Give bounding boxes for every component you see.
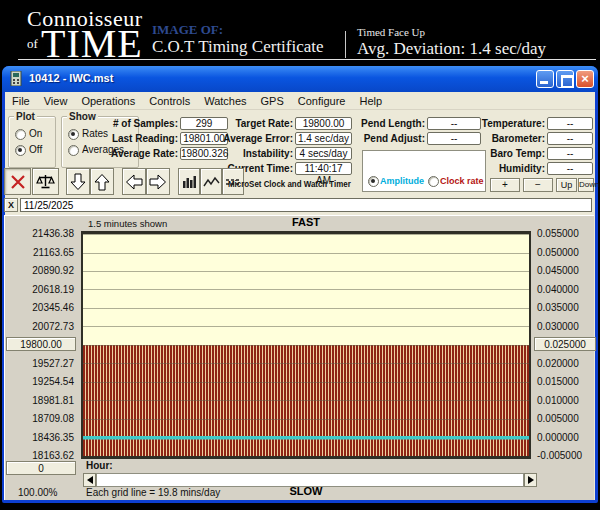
right-axis-button[interactable]: 0.025000 <box>534 337 596 351</box>
line-view-button[interactable] <box>200 168 222 195</box>
barometer-value: -- <box>547 132 593 145</box>
average-error-value: 1.4 sec/day <box>295 132 352 145</box>
down-button[interactable]: Down <box>578 178 594 192</box>
last-reading-label: Last Reading: <box>98 133 178 144</box>
plot-groupbox: Plot On Off <box>8 116 56 168</box>
menu-view[interactable]: View <box>37 94 75 108</box>
hour-label: Hour: <box>86 460 113 471</box>
show-rates-radio[interactable] <box>68 129 79 140</box>
up-arrow-icon <box>93 173 111 191</box>
rate-down-button[interactable] <box>66 168 90 195</box>
right-tick: 0.055000 <box>537 228 579 239</box>
scroll-right-button[interactable] <box>146 168 170 195</box>
clock-rate-radio[interactable] <box>428 176 439 187</box>
left-tick: 18981.81 <box>0 395 74 406</box>
left-tick: 20072.73 <box>0 321 74 332</box>
scroll-left-button[interactable] <box>122 168 146 195</box>
window-title: 10412 - IWC.mst <box>29 72 113 84</box>
right-tick: 0.030000 <box>537 321 579 332</box>
orientation-label: Timed Face Up <box>357 26 425 38</box>
balance-scales-icon <box>36 173 55 191</box>
target-rate-label: Target Rate: <box>213 118 293 129</box>
target-rate-axis-button[interactable]: 19800.00 <box>6 337 76 351</box>
barometer-label: Barometer: <box>465 133 545 144</box>
right-tick: -0.005000 <box>537 450 582 461</box>
show-averages-radio[interactable] <box>68 145 79 156</box>
device-label: MicroSet Clock and Watch Timer <box>228 179 351 189</box>
current-time-value: 11:40:17 AM <box>295 162 352 175</box>
menu-help[interactable]: Help <box>353 94 390 108</box>
right-tick: 0.045000 <box>537 265 579 276</box>
clock-rate-label[interactable]: Clock rate <box>440 176 484 186</box>
line-chart-icon <box>203 174 220 190</box>
menu-controls[interactable]: Controls <box>142 94 197 108</box>
plot-on-label[interactable]: On <box>29 128 42 139</box>
plot-group-label: Plot <box>14 111 37 122</box>
screen: Connoisseur of TIME IMAGE OF: C.O.T Timi… <box>0 0 600 510</box>
fast-label: FAST <box>83 216 529 228</box>
date-clear-button[interactable]: X <box>4 198 18 212</box>
left-tick: 19527.27 <box>0 358 74 369</box>
menu-operations[interactable]: Operations <box>74 94 142 108</box>
delete-button[interactable] <box>4 168 31 195</box>
avg-deviation-label: Avg. Deviation: 1.4 sec/day <box>357 39 546 59</box>
zero-button[interactable]: 0 <box>6 461 76 475</box>
left-tick: 18709.08 <box>0 413 74 424</box>
left-tick: 20618.19 <box>0 284 74 295</box>
certificate-title: C.O.T Timing Certificate <box>152 37 324 57</box>
amplitude-trace <box>83 436 529 439</box>
plot-area[interactable] <box>83 234 529 456</box>
plus-button[interactable]: + <box>490 178 520 192</box>
left-arrow-icon <box>125 173 143 191</box>
amplitude-label[interactable]: Amplitude <box>380 176 424 186</box>
menu-configure[interactable]: Configure <box>291 94 353 108</box>
right-tick: 0.010000 <box>537 395 579 406</box>
menu-gps[interactable]: GPS <box>254 94 291 108</box>
minimize-button[interactable] <box>536 70 554 88</box>
logo-of: of <box>27 36 38 52</box>
left-tick: 20890.92 <box>0 265 74 276</box>
right-arrow-icon <box>149 173 167 191</box>
target-rate-value: 19800.00 <box>295 117 352 130</box>
histogram-icon <box>181 174 198 190</box>
average-error-label: Average Error: <box>213 133 293 144</box>
humidity-value: -- <box>547 162 593 175</box>
up-button[interactable]: Up <box>556 178 577 192</box>
instability-value: 4 secs/day <box>295 147 352 160</box>
plot-off-label[interactable]: Off <box>29 144 42 155</box>
pend-adjust-label: Pend Adjust: <box>345 133 425 144</box>
temperature-label: Temperature: <box>465 118 545 129</box>
date-input[interactable] <box>20 198 592 212</box>
left-triangle-icon <box>87 476 93 484</box>
left-tick: 19254.54 <box>0 376 74 387</box>
zoom-percent: 100.00% <box>18 487 57 498</box>
instability-label: Instability: <box>213 148 293 159</box>
minimize-icon <box>540 81 548 84</box>
calibrate-button[interactable] <box>32 168 59 195</box>
show-group-label: Show <box>67 111 98 122</box>
amplitude-radio[interactable] <box>368 176 379 187</box>
rate-up-button[interactable] <box>90 168 114 195</box>
right-tick: 0.040000 <box>537 284 579 295</box>
left-tick: 20345.46 <box>0 302 74 313</box>
close-button[interactable]: × <box>576 70 594 88</box>
banner-rule <box>18 59 596 60</box>
plot-off-radio[interactable] <box>15 145 26 156</box>
pend-length-label: Pend Length: <box>345 118 425 129</box>
banner-divider <box>345 31 346 58</box>
baro-temp-value: -- <box>547 147 593 160</box>
histogram-view-button[interactable] <box>178 168 200 195</box>
left-tick: 21163.65 <box>0 247 74 258</box>
app-icon <box>10 71 25 86</box>
minus-button[interactable]: − <box>523 178 553 192</box>
plot-on-radio[interactable] <box>15 129 26 140</box>
right-triangle-icon <box>528 476 534 484</box>
menu-file[interactable]: File <box>5 94 37 108</box>
menubar: File View Operations Controls Watches GP… <box>5 92 595 110</box>
menu-watches[interactable]: Watches <box>197 94 253 108</box>
right-tick: 0.000000 <box>537 432 579 443</box>
right-tick: 0.015000 <box>537 376 579 387</box>
left-tick: 18163.62 <box>0 450 74 461</box>
gridlines <box>83 234 529 456</box>
maximize-button[interactable] <box>556 70 574 88</box>
